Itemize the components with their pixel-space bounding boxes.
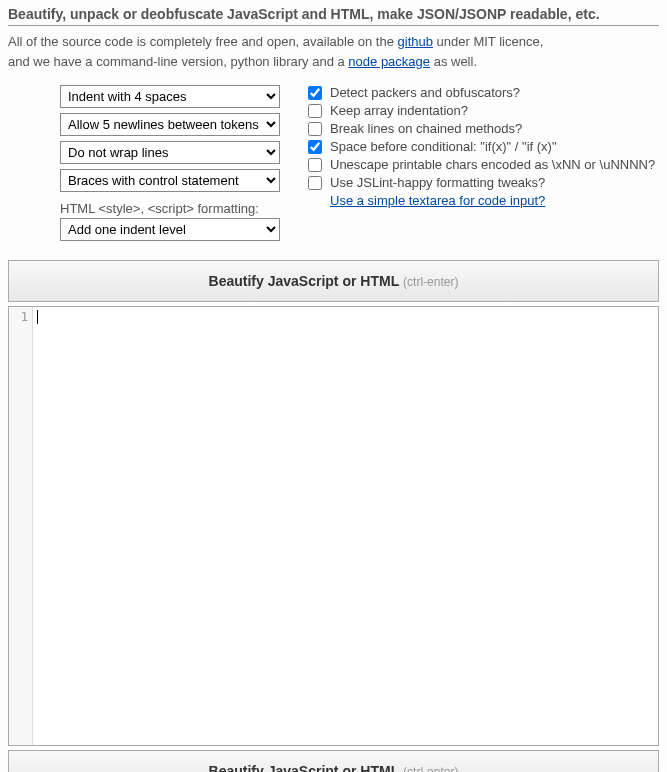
- unescape-checkbox[interactable]: [308, 158, 322, 172]
- space-conditional-checkbox[interactable]: [308, 140, 322, 154]
- intro-text: All of the source code is completely fre…: [8, 32, 659, 71]
- detect-packers-label: Detect packers and obfuscators?: [330, 85, 520, 100]
- indent-select[interactable]: Indent with 4 spaces: [60, 85, 280, 108]
- intro-p3: and we have a command-line version, pyth…: [8, 54, 348, 69]
- jslint-label: Use JSLint-happy formatting tweaks?: [330, 175, 545, 190]
- node-package-link[interactable]: node package: [348, 54, 430, 69]
- keep-array-label: Keep array indentation?: [330, 103, 468, 118]
- code-area[interactable]: [33, 307, 658, 745]
- html-format-select[interactable]: Add one indent level: [60, 218, 280, 241]
- wrap-select[interactable]: Do not wrap lines: [60, 141, 280, 164]
- html-format-label: HTML <style>, <script> formatting:: [60, 201, 280, 216]
- simple-textarea-link[interactable]: Use a simple textarea for code input?: [330, 193, 545, 208]
- beautify-hint-bottom: (ctrl-enter): [403, 765, 458, 772]
- line-gutter: 1: [9, 307, 33, 745]
- page-title: Beautify, unpack or deobfuscate JavaScri…: [8, 6, 659, 26]
- detect-packers-checkbox[interactable]: [308, 86, 322, 100]
- line-number-1: 1: [21, 310, 28, 324]
- beautify-hint: (ctrl-enter): [403, 275, 458, 289]
- unescape-label: Unescape printable chars encoded as \xNN…: [330, 157, 655, 172]
- newlines-select[interactable]: Allow 5 newlines between tokens: [60, 113, 280, 136]
- break-chained-label: Break lines on chained methods?: [330, 121, 522, 136]
- beautify-button-bottom[interactable]: Beautify JavaScript or HTML (ctrl-enter): [8, 750, 659, 772]
- braces-select[interactable]: Braces with control statement: [60, 169, 280, 192]
- beautify-label-bottom: Beautify JavaScript or HTML: [209, 763, 400, 772]
- code-editor[interactable]: 1: [8, 306, 659, 746]
- intro-p2: under MIT licence,: [433, 34, 543, 49]
- intro-p1: All of the source code is completely fre…: [8, 34, 398, 49]
- intro-p4: as well.: [430, 54, 477, 69]
- keep-array-checkbox[interactable]: [308, 104, 322, 118]
- jslint-checkbox[interactable]: [308, 176, 322, 190]
- text-cursor: [37, 310, 38, 324]
- beautify-label: Beautify JavaScript or HTML: [209, 273, 400, 289]
- beautify-button-top[interactable]: Beautify JavaScript or HTML (ctrl-enter): [8, 260, 659, 302]
- github-link[interactable]: github: [398, 34, 433, 49]
- space-conditional-label: Space before conditional: "if(x)" / "if …: [330, 139, 557, 154]
- break-chained-checkbox[interactable]: [308, 122, 322, 136]
